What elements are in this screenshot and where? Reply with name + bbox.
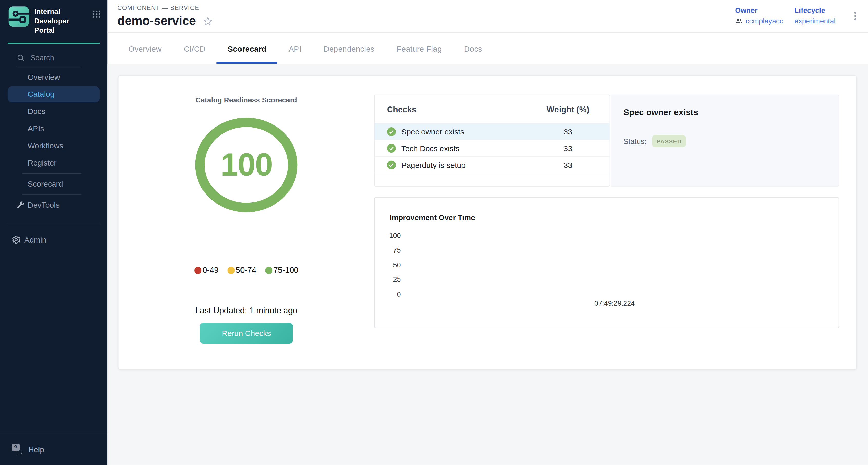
sidebar: Internal Developer Portal Search Overvie…	[0, 0, 107, 465]
rerun-checks-button[interactable]: Rerun Checks	[200, 322, 293, 344]
page-title: demo-service	[117, 14, 196, 28]
scorecard-panel: Catalog Readiness Scorecard 100 0-49	[118, 75, 857, 370]
brand-divider	[8, 42, 100, 43]
apps-grid-icon[interactable]	[92, 10, 101, 21]
sidebar-item-register[interactable]: Register	[0, 154, 107, 172]
favorite-star-icon[interactable]	[203, 16, 213, 26]
lifecycle-label: Lifecycle	[794, 6, 836, 14]
tab-overview[interactable]: Overview	[117, 33, 173, 64]
sidebar-nav: Overview Catalog Docs APIs Workflows Reg…	[0, 68, 107, 248]
checks-table-header: Checks Weight (%)	[375, 95, 610, 123]
green-dot-icon	[265, 267, 272, 274]
entity-kind-breadcrumb: COMPONENT — SERVICE	[117, 4, 199, 11]
score-legend: 0-49 50-74 75-100	[119, 266, 374, 275]
x-tick: 07:49:29.224	[594, 300, 635, 307]
check-row[interactable]: Pagerduty is setup 33	[375, 157, 610, 173]
check-detail-panel: Spec owner exists Status: PASSED	[611, 95, 839, 187]
search-placeholder: Search	[31, 54, 54, 62]
owner-value-link[interactable]: ccmplayacc	[746, 17, 783, 25]
search-icon	[17, 54, 25, 62]
check-row[interactable]: Tech Docs exists 33	[375, 140, 610, 157]
app-window: Internal Developer Portal Search Overvie…	[0, 0, 868, 465]
entity-tabs: Overview CI/CD Scorecard API Dependencie…	[117, 33, 493, 64]
legend-item-high: 75-100	[265, 266, 299, 275]
sidebar-item-overview[interactable]: Overview	[0, 68, 107, 86]
check-circle-icon	[387, 127, 396, 136]
nav-divider	[22, 173, 81, 174]
portal-logo-icon	[8, 6, 30, 28]
gear-icon	[11, 235, 21, 245]
scorecard-title: Catalog Readiness Scorecard	[119, 96, 374, 104]
wrench-icon	[16, 201, 24, 209]
score-gauge: 100	[194, 116, 299, 214]
legend-item-low: 0-49	[194, 266, 219, 275]
status-label: Status:	[623, 137, 647, 145]
sidebar-item-catalog[interactable]: Catalog	[8, 86, 100, 102]
main-area: COMPONENT — SERVICE demo-service Owner	[107, 0, 868, 465]
weight-header-label: Weight (%)	[526, 104, 610, 114]
sidebar-item-apis[interactable]: APIs	[0, 120, 107, 137]
search-input[interactable]: Search	[17, 51, 81, 67]
amber-dot-icon	[227, 267, 235, 274]
score-value: 100	[194, 146, 299, 183]
check-detail-title: Spec owner exists	[623, 107, 827, 117]
check-circle-icon	[387, 144, 396, 153]
kebab-menu-icon[interactable]	[850, 10, 860, 24]
owner-label: Owner	[735, 6, 783, 14]
portal-title: Internal Developer Portal	[34, 6, 83, 35]
sidebar-item-workflows[interactable]: Workflows	[0, 137, 107, 154]
y-tick: 75	[375, 246, 401, 254]
check-circle-icon	[387, 160, 396, 169]
nav-divider	[8, 223, 100, 224]
check-row[interactable]: Spec owner exists 33	[375, 123, 610, 140]
tab-docs[interactable]: Docs	[453, 33, 493, 64]
sidebar-item-devtools[interactable]: DevTools	[0, 196, 107, 214]
chart-title: Improvement Over Time	[390, 214, 475, 222]
brand-header: Internal Developer Portal	[0, 0, 107, 40]
owner-meta: Owner ccmplayacc	[735, 6, 783, 25]
tab-api[interactable]: API	[277, 33, 312, 64]
y-tick: 25	[375, 276, 401, 283]
tab-dependencies[interactable]: Dependencies	[313, 33, 386, 64]
status-badge: PASSED	[652, 135, 686, 147]
tab-content: Catalog Readiness Scorecard 100 0-49	[107, 64, 868, 465]
y-tick: 100	[375, 232, 401, 240]
entity-header: COMPONENT — SERVICE demo-service Owner	[107, 0, 868, 33]
nav-divider	[22, 194, 81, 194]
tab-scorecard[interactable]: Scorecard	[217, 33, 278, 64]
y-tick: 50	[375, 261, 401, 269]
score-column: Catalog Readiness Scorecard 100 0-49	[119, 76, 374, 370]
red-dot-icon	[194, 267, 202, 274]
sidebar-item-scorecard[interactable]: Scorecard	[0, 175, 107, 192]
chart-plot-area	[408, 231, 828, 294]
legend-item-mid: 50-74	[227, 266, 256, 275]
improvement-chart: Improvement Over Time 100 75 50 25 0 07:…	[374, 197, 839, 328]
help-chat-icon: ?	[11, 444, 23, 455]
checks-header-label: Checks	[375, 104, 526, 114]
checks-table: Checks Weight (%) Spec owner exists 33	[374, 95, 610, 187]
lifecycle-meta: Lifecycle experimental	[794, 6, 836, 25]
tab-feature-flag[interactable]: Feature Flag	[385, 33, 453, 64]
group-icon	[735, 17, 743, 25]
last-updated-text: Last Updated: 1 minute ago	[119, 306, 374, 315]
sidebar-item-admin[interactable]: Admin	[0, 231, 107, 248]
sidebar-item-docs[interactable]: Docs	[0, 103, 107, 120]
lifecycle-value: experimental	[794, 17, 836, 25]
sidebar-item-help[interactable]: ? Help	[0, 433, 107, 465]
y-tick: 0	[375, 290, 401, 298]
tab-cicd[interactable]: CI/CD	[173, 33, 217, 64]
